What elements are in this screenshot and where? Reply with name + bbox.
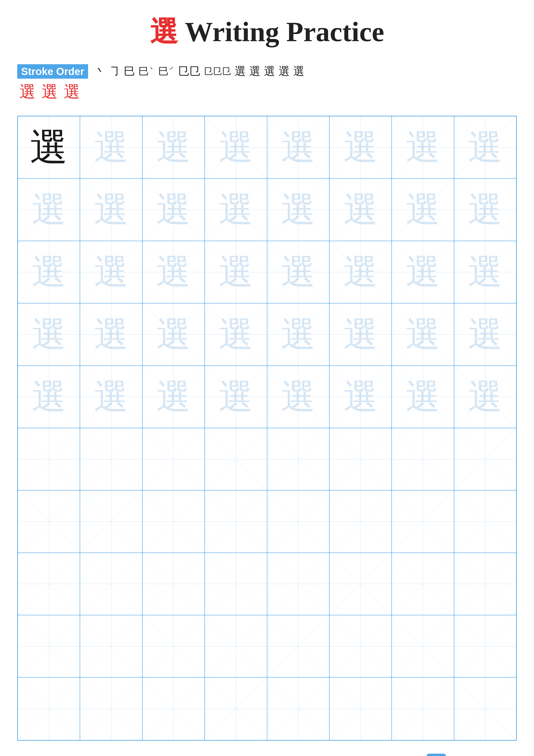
grid-cell[interactable]: 選 (454, 241, 516, 304)
guide-v (236, 241, 236, 303)
grid-cell[interactable]: 選 (330, 366, 392, 428)
grid-cell[interactable]: 選 (392, 241, 454, 304)
guide-v (298, 428, 298, 490)
grid-cell-empty[interactable] (267, 491, 330, 553)
guide-v (423, 116, 423, 178)
grid-cell-1-1[interactable]: 選 (18, 116, 80, 179)
grid-cell[interactable]: 選 (18, 366, 80, 428)
grid-cell[interactable]: 選 (454, 304, 516, 366)
grid-cell[interactable]: 選 (205, 179, 267, 241)
guide-v (485, 179, 485, 240)
grid-cell[interactable]: 選 (18, 304, 80, 366)
grid-cell[interactable]: 選 (267, 366, 330, 428)
guide-v (298, 304, 298, 365)
grid-cell-1-5[interactable]: 選 (267, 116, 330, 179)
grid-cell-empty[interactable] (205, 615, 267, 678)
grid-cell[interactable]: 選 (18, 241, 80, 304)
grid-cell-empty[interactable] (18, 615, 80, 678)
grid-cell[interactable]: 選 (454, 179, 516, 241)
grid-cell-empty[interactable] (18, 678, 80, 740)
grid-cell-empty[interactable] (330, 678, 392, 740)
grid-cell-empty[interactable] (80, 428, 142, 491)
grid-cell-empty[interactable] (267, 615, 330, 678)
grid-cell-empty[interactable] (80, 491, 142, 553)
grid-cell[interactable]: 選 (267, 179, 330, 241)
grid-cell-empty[interactable] (80, 553, 142, 615)
grid-cell[interactable]: 選 (80, 304, 142, 366)
grid-cell-empty[interactable] (205, 428, 267, 491)
grid-cell[interactable]: 選 (142, 241, 205, 304)
grid-cell-empty[interactable] (454, 553, 516, 615)
grid-cell[interactable]: 選 (80, 179, 142, 241)
grid-cell[interactable]: 選 (18, 179, 80, 241)
guide-v (423, 241, 423, 303)
grid-cell[interactable]: 選 (142, 304, 205, 366)
grid-cell-1-8[interactable]: 選 (454, 116, 516, 179)
grid-cell[interactable]: 選 (267, 304, 330, 366)
grid-cell-empty[interactable] (392, 428, 454, 491)
title-text: Writing Practice (178, 16, 384, 47)
guide-v (298, 678, 298, 740)
grid-cell-empty[interactable] (392, 678, 454, 740)
grid-cell-1-4[interactable]: 選 (205, 116, 267, 179)
grid-cell-empty[interactable] (205, 553, 267, 615)
grid-cell[interactable]: 選 (454, 366, 516, 428)
grid-cell[interactable]: 選 (392, 304, 454, 366)
grid-cell-empty[interactable] (142, 678, 205, 740)
grid-cell-empty[interactable] (80, 615, 142, 678)
guide-v (485, 304, 485, 365)
grid-cell-empty[interactable] (330, 553, 392, 615)
grid-cell-empty[interactable] (205, 491, 267, 553)
grid-cell-empty[interactable] (392, 553, 454, 615)
grid-cell[interactable]: 選 (392, 179, 454, 241)
grid-cell[interactable]: 選 (267, 241, 330, 304)
grid-cell[interactable]: 選 (142, 366, 205, 428)
guide-v (173, 491, 174, 552)
grid-cell-empty[interactable] (205, 678, 267, 740)
grid-row-5: 選 選 選 選 選 選 選 選 (18, 366, 516, 428)
grid-cell-empty[interactable] (267, 553, 330, 615)
grid-cell[interactable]: 選 (330, 179, 392, 241)
guide-v (173, 366, 174, 428)
grid-cell-empty[interactable] (18, 428, 80, 491)
guide-v (173, 553, 174, 615)
grid-cell-empty[interactable] (142, 428, 205, 491)
grid-cell[interactable]: 選 (205, 366, 267, 428)
grid-cell[interactable]: 選 (142, 179, 205, 241)
guide-v (236, 491, 236, 552)
stroke-order-row2: 選 選 選 (18, 81, 517, 103)
grid-cell[interactable]: 選 (80, 241, 142, 304)
grid-cell[interactable]: 選 (330, 304, 392, 366)
grid-cell-empty[interactable] (454, 678, 516, 740)
grid-cell-empty[interactable] (454, 491, 516, 553)
grid-cell-empty[interactable] (454, 615, 516, 678)
grid-cell-empty[interactable] (454, 428, 516, 491)
stroke-final-1: 選 (19, 81, 36, 103)
grid-cell-empty[interactable] (142, 553, 205, 615)
grid-cell-empty[interactable] (330, 428, 392, 491)
grid-cell-empty[interactable] (142, 491, 205, 553)
grid-cell-empty[interactable] (267, 678, 330, 740)
grid-cell-empty[interactable] (18, 491, 80, 553)
grid-cell[interactable]: 選 (392, 366, 454, 428)
grid-cell-empty[interactable] (330, 491, 392, 553)
guide-v (485, 116, 485, 178)
grid-cell-empty[interactable] (392, 615, 454, 678)
grid-cell-empty[interactable] (267, 428, 330, 491)
brand-icon: 字 (426, 754, 446, 756)
grid-cell[interactable]: 選 (205, 304, 267, 366)
grid-cell-empty[interactable] (80, 678, 142, 740)
stroke-step-2: ㇆ (109, 64, 120, 79)
grid-cell-empty[interactable] (18, 553, 80, 615)
grid-cell[interactable]: 選 (80, 366, 142, 428)
grid-cell[interactable]: 選 (205, 241, 267, 304)
grid-cell-empty[interactable] (330, 615, 392, 678)
grid-cell-empty[interactable] (142, 615, 205, 678)
grid-cell-1-3[interactable]: 選 (142, 116, 205, 179)
grid-cell-1-7[interactable]: 選 (392, 116, 454, 179)
grid-cell-1-6[interactable]: 選 (330, 116, 392, 179)
grid-cell-1-2[interactable]: 選 (80, 116, 142, 179)
grid-cell[interactable]: 選 (330, 241, 392, 304)
guide-v (298, 116, 298, 178)
grid-cell-empty[interactable] (392, 491, 454, 553)
